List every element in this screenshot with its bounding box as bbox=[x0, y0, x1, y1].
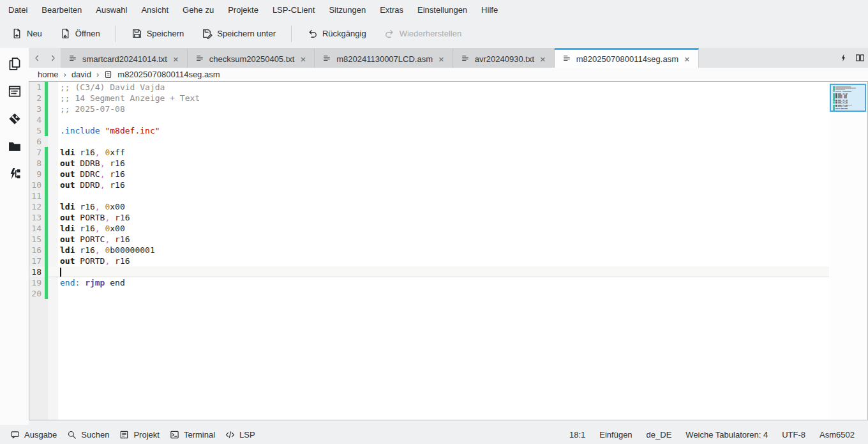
sidebar-tool-symbols[interactable] bbox=[5, 164, 24, 183]
menu-item-sitzungen[interactable]: Sitzungen bbox=[322, 2, 373, 18]
sidebar-tool-outline[interactable] bbox=[5, 82, 24, 101]
code-line-text[interactable]: out PORTB, r16 bbox=[58, 212, 829, 223]
line-number: 14 bbox=[29, 223, 45, 234]
code-line-text[interactable] bbox=[58, 266, 829, 277]
statusbar-syntax-mode[interactable]: Asm6502 bbox=[812, 427, 862, 442]
redo-icon bbox=[384, 28, 395, 39]
code-line-text[interactable]: out PORTD, r16 bbox=[58, 256, 829, 266]
speichern-unter-button[interactable]: Speichern unter bbox=[195, 24, 282, 43]
wiederherstellen-button: Wiederherstellen bbox=[378, 24, 468, 43]
fold-margin bbox=[48, 103, 58, 114]
tab-smartcard20241014.txt[interactable]: smartcard20241014.txt× bbox=[61, 48, 188, 68]
menu-item-bearbeiten[interactable]: Bearbeiten bbox=[34, 2, 89, 18]
tab-nav-forward[interactable] bbox=[45, 48, 61, 68]
tab-close-icon[interactable]: × bbox=[684, 54, 691, 64]
code-token bbox=[80, 278, 85, 287]
code-line-text[interactable]: end: rjmp end bbox=[58, 277, 829, 288]
statusbar-toggle-suchen[interactable]: Suchen bbox=[62, 427, 114, 442]
code-token: ldi bbox=[60, 148, 75, 157]
rueckgaengig-button[interactable]: Rückgängig bbox=[301, 24, 373, 43]
code-line-text[interactable] bbox=[58, 114, 829, 125]
breadcrumb-filename[interactable]: m82025070800114seg.asm bbox=[116, 70, 221, 79]
code-line-text[interactable] bbox=[58, 288, 829, 299]
oeffnen-button[interactable]: Öffnen bbox=[54, 24, 107, 43]
menu-item-ansicht[interactable]: Ansicht bbox=[134, 2, 176, 18]
speichern-button[interactable]: Speichern bbox=[125, 24, 191, 43]
code-token: end: bbox=[60, 278, 80, 287]
line-number: 8 bbox=[29, 158, 45, 169]
code-line-text[interactable]: ;; 2025-07-08 bbox=[58, 103, 829, 114]
statusbar-dictionary[interactable]: de_DE bbox=[640, 427, 679, 442]
tab-close-icon[interactable]: × bbox=[539, 54, 546, 64]
sidebar-tool-documents[interactable] bbox=[5, 54, 24, 73]
code-token: r16 bbox=[75, 148, 94, 157]
tab-m820241130007LCD.asm[interactable]: m820241130007LCD.asm× bbox=[315, 48, 453, 68]
code-line-text[interactable]: ldi r16, 0x00 bbox=[58, 223, 829, 234]
statusbar-cursor-position[interactable]: 18:1 bbox=[562, 427, 592, 442]
minimap-scrollbar[interactable] bbox=[830, 82, 867, 420]
tab-m82025070800114seg.asm[interactable]: m82025070800114seg.asm× bbox=[555, 48, 699, 68]
code-line-text[interactable]: ;; (C3/4) David Vajda bbox=[58, 82, 829, 93]
code-line-text[interactable]: ;; 14 Segment Anzeige + Text bbox=[58, 93, 829, 103]
menu-item-auswahl[interactable]: Auswahl bbox=[89, 2, 134, 18]
menu-item-extras[interactable]: Extras bbox=[373, 2, 410, 18]
breadcrumb-segment-david[interactable]: david bbox=[70, 70, 93, 79]
code-line-14: 14ldi r16, 0x00 bbox=[29, 223, 829, 234]
breadcrumb-separator: › bbox=[60, 70, 70, 79]
tab-close-icon[interactable]: × bbox=[172, 54, 179, 64]
code-line-text[interactable]: out DDRC, r16 bbox=[58, 169, 829, 180]
fold-margin bbox=[48, 212, 58, 223]
statusbar-encoding[interactable]: UTF-8 bbox=[775, 427, 812, 442]
code-line-7: 7ldi r16, 0xff bbox=[29, 147, 829, 158]
content-column: smartcard20241014.txt×checksum20250405.t… bbox=[29, 48, 868, 425]
code-line-text[interactable]: ldi r16, 0b00000001 bbox=[58, 245, 829, 256]
statusbar-toggle-ausgabe[interactable]: Ausgabe bbox=[5, 427, 62, 442]
wiederherstellen-label: Wiederherstellen bbox=[400, 29, 462, 38]
line-number: 6 bbox=[29, 136, 45, 147]
code-token: end bbox=[105, 278, 124, 287]
neu-button[interactable]: Neu bbox=[5, 24, 49, 43]
menu-item-gehe-zu[interactable]: Gehe zu bbox=[176, 2, 221, 18]
statusbar-tab-mode[interactable]: Weiche Tabulatoren: 4 bbox=[678, 427, 775, 442]
menu-item-datei[interactable]: Datei bbox=[1, 2, 34, 18]
tab-nav-back[interactable] bbox=[29, 48, 45, 68]
code-area[interactable]: 1;; (C3/4) David Vajda2;; 14 Segment Anz… bbox=[29, 82, 829, 420]
menu-item-projekte[interactable]: Projekte bbox=[221, 2, 266, 18]
code-token: out bbox=[60, 256, 75, 266]
fold-margin bbox=[48, 114, 58, 125]
code-line-text[interactable] bbox=[58, 136, 829, 147]
tab-close-icon[interactable]: × bbox=[438, 54, 445, 64]
code-token: PORTB bbox=[75, 213, 105, 222]
line-number: 16 bbox=[29, 245, 45, 256]
breadcrumb-segment-home[interactable]: home bbox=[36, 70, 60, 79]
statusbar-input-mode[interactable]: Einfügen bbox=[592, 427, 639, 442]
fold-margin bbox=[48, 190, 58, 201]
code-line-text[interactable]: ldi r16, 0xff bbox=[58, 147, 829, 158]
code-line-text[interactable] bbox=[58, 190, 829, 201]
fold-margin bbox=[48, 147, 58, 158]
code-line-text[interactable]: ldi r16, 0x00 bbox=[58, 201, 829, 212]
menu-item-einstellungen[interactable]: Einstellungen bbox=[410, 2, 474, 18]
code-line-text[interactable]: out DDRD, r16 bbox=[58, 180, 829, 190]
menu-item-hilfe[interactable]: Hilfe bbox=[474, 2, 505, 18]
line-number: 1 bbox=[29, 82, 45, 93]
line-number: 7 bbox=[29, 147, 45, 158]
code-token: , bbox=[95, 245, 100, 255]
tabbar-action-split-view[interactable] bbox=[851, 48, 868, 68]
code-line-text[interactable]: out DDRB, r16 bbox=[58, 158, 829, 169]
statusbar-toggle-projekt[interactable]: Projekt bbox=[114, 427, 164, 442]
tabbar-action-bolt[interactable] bbox=[835, 48, 851, 68]
tab-checksum20250405.txt[interactable]: checksum20250405.txt× bbox=[188, 48, 315, 68]
statusbar-toggle-lsp[interactable]: LSP bbox=[220, 427, 260, 442]
line-number: 15 bbox=[29, 234, 45, 245]
menu-item-lsp-client[interactable]: LSP-CLient bbox=[266, 2, 322, 18]
tab-avr20240930.txt[interactable]: avr20240930.txt× bbox=[453, 48, 555, 68]
tab-close-icon[interactable]: × bbox=[299, 54, 306, 64]
statusbar-toggle-label: Ausgabe bbox=[24, 430, 57, 440]
speichern-unter-label: Speichern unter bbox=[217, 29, 276, 38]
code-line-text[interactable]: .include "m8def.inc" bbox=[58, 125, 829, 136]
statusbar-toggle-terminal[interactable]: Terminal bbox=[165, 427, 220, 442]
sidebar-tool-folder[interactable] bbox=[5, 137, 24, 156]
code-line-text[interactable]: out PORTC, r16 bbox=[58, 234, 829, 245]
sidebar-tool-git[interactable] bbox=[5, 109, 24, 128]
